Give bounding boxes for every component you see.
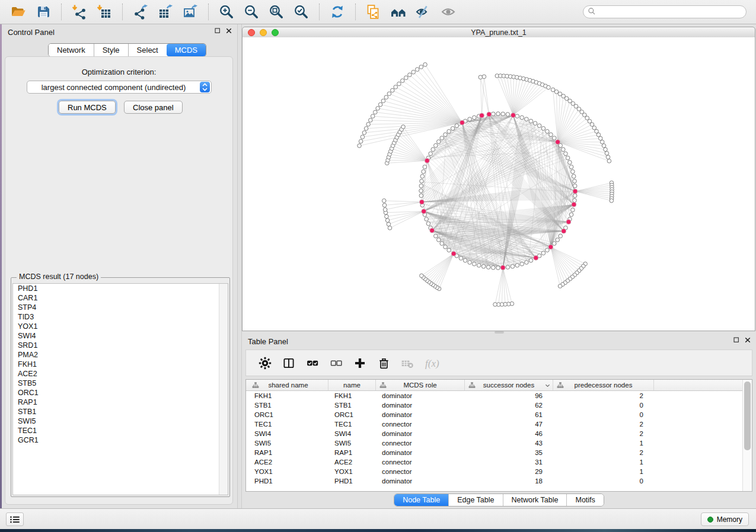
graph-node[interactable] [569,165,573,169]
deselect-all-button[interactable] [328,356,344,370]
clone-network-button[interactable] [365,4,382,20]
import-network-button[interactable] [71,4,88,20]
graph-node[interactable] [573,194,577,198]
graph-node[interactable] [447,130,451,134]
mcds-result-item[interactable]: TEC1 [13,426,228,435]
graph-node[interactable] [361,135,365,139]
graph-node-mcds[interactable] [511,113,516,118]
graph-node[interactable] [419,184,423,188]
graph-node[interactable] [382,203,387,207]
graph-node[interactable] [501,112,505,116]
graph-node-mcds[interactable] [534,255,538,260]
graph-node[interactable] [388,226,392,230]
graph-node-mcds[interactable] [566,220,571,225]
graph-node[interactable] [546,248,550,252]
optimization-criterion-select[interactable]: largest connected component (undirected) [27,81,212,94]
graph-node[interactable] [376,107,380,111]
graph-node[interactable] [473,116,477,120]
tab-mcds[interactable]: MCDS [167,44,206,56]
tab-node-table[interactable]: Node Table [394,494,448,506]
mcds-result-item[interactable]: ACE2 [13,369,228,379]
graph-node[interactable] [423,63,428,67]
graph-node[interactable] [359,139,363,143]
graph-node[interactable] [383,208,387,212]
graph-node[interactable] [401,125,406,129]
graph-node[interactable] [358,144,362,148]
graph-node[interactable] [419,194,423,198]
graph-node[interactable] [482,75,486,79]
graph-node[interactable] [596,133,601,137]
graph-node[interactable] [459,257,463,261]
run-mcds-button[interactable]: Run MCDS [59,101,116,114]
graph-node[interactable] [604,148,608,152]
graph-node[interactable] [420,274,424,278]
graph-node[interactable] [529,258,533,262]
table-row[interactable]: ACE2ACE2connector311 [246,457,743,467]
table-row[interactable]: FKH1FKH1dominator962 [246,391,743,400]
close-panel-button[interactable] [225,27,232,34]
graph-node[interactable] [374,110,378,114]
mcds-result-item[interactable]: SWI4 [13,331,228,341]
graph-node[interactable] [481,264,486,268]
show-panels-list-button[interactable] [6,512,24,526]
network-canvas[interactable] [242,37,755,331]
graph-node[interactable] [541,251,546,255]
table-row[interactable]: YOX1YOX1connector291 [246,467,743,476]
graph-node[interactable] [371,114,375,118]
mcds-list-scrollbar[interactable] [219,284,228,495]
graph-node[interactable] [440,136,444,140]
graph-node[interactable] [420,179,424,183]
graph-node[interactable] [600,140,604,144]
graph-node[interactable] [434,143,438,148]
graph-node[interactable] [434,234,438,238]
graph-node-mcds[interactable] [562,229,566,233]
graph-node[interactable] [468,261,472,265]
graph-node[interactable] [562,148,566,152]
graph-node-mcds[interactable] [487,112,492,117]
graph-node[interactable] [486,265,490,270]
graph-node[interactable] [511,264,515,268]
graph-node[interactable] [378,102,382,107]
graph-node-mcds[interactable] [425,158,429,163]
graph-node[interactable] [419,189,423,193]
graph-node[interactable] [525,261,529,265]
graph-node[interactable] [369,118,373,123]
graph-node[interactable] [451,127,455,131]
graph-node-mcds[interactable] [500,265,505,270]
graph-node[interactable] [492,112,496,116]
table-row[interactable]: PHD1PHD1dominator180 [246,476,743,486]
memory-button[interactable]: Memory [701,512,749,526]
graph-node[interactable] [573,198,577,203]
graph-node[interactable] [404,76,409,80]
graph-node[interactable] [558,284,562,289]
table-scrollbar-thumb[interactable] [744,382,751,450]
mcds-result-list[interactable]: PHD1CAR1STP4TID3YOX1SWI4SRD1PMA2FKH1ACE2… [12,283,228,495]
graph-node[interactable] [533,121,537,126]
column-header-name[interactable]: name [328,380,376,390]
graph-node[interactable] [573,179,577,183]
zoom-in-button[interactable] [218,4,235,20]
graph-node[interactable] [506,113,510,117]
mcds-result-item[interactable]: ORC1 [13,388,228,398]
mcds-result-item[interactable]: YOX1 [13,322,228,331]
graph-node-mcds[interactable] [419,200,424,204]
graph-node-mcds[interactable] [572,202,576,207]
export-image-button[interactable] [181,4,199,20]
graph-node[interactable] [496,112,500,116]
gear-button[interactable] [257,356,273,370]
show-visibility-button[interactable] [439,4,457,20]
search-box[interactable] [583,5,747,18]
table-row[interactable]: RAP1RAP1dominator352 [246,448,743,457]
graph-node[interactable] [440,242,444,246]
table-row[interactable]: ORC1ORC1dominator610 [246,410,743,419]
graph-node-mcds[interactable] [573,189,578,194]
zoom-fit-button[interactable] [267,4,285,20]
graph-node[interactable] [549,133,553,137]
graph-node[interactable] [431,148,435,152]
hide-visibility-button[interactable] [414,4,432,20]
tab-select[interactable]: Select [128,44,167,56]
graph-node[interactable] [559,234,563,238]
graph-node[interactable] [385,214,389,219]
graph-node[interactable] [366,123,371,127]
graph-node[interactable] [437,238,441,242]
